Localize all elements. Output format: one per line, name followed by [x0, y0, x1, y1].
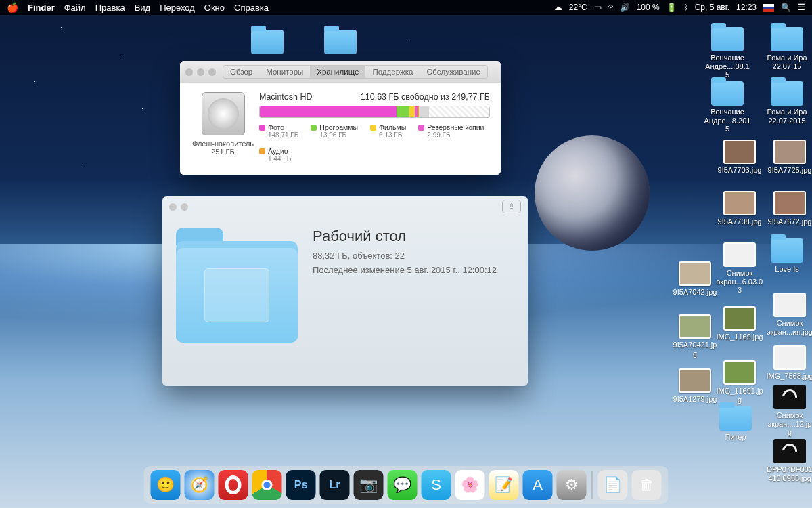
battery-pct[interactable]: 100 % — [637, 3, 660, 12]
desktop-item[interactable]: Снимок экран...6.03.03 — [716, 242, 763, 295]
desktop-item[interactable]: IMG_7568.jpg — [766, 345, 812, 381]
info-titlebar[interactable]: ⇪ — [162, 196, 528, 217]
dock: 🙂🧭PsLr📷💬S🌸📝A⚙📄🗑 — [144, 466, 669, 504]
desktop-item[interactable]: Рома и Ира 22.07.2015 — [763, 81, 811, 125]
desktop-item-label: 9I5A7725.jpg — [766, 166, 812, 175]
storage-bar-segment — [260, 106, 397, 117]
volume-name: Macintosh HD — [259, 92, 313, 102]
desktop-item-label: 9I5A7042.jpg — [671, 288, 719, 297]
info-size-count: 88,32 ГБ, объектов: 22 — [313, 251, 497, 261]
menubar-time[interactable]: 12:23 — [736, 3, 757, 12]
battery-icon[interactable]: 🔋 — [667, 3, 677, 12]
dock-notes-icon[interactable]: 📝 — [489, 470, 519, 500]
window-minimize-icon[interactable] — [197, 68, 204, 76]
desktop-item[interactable]: 9I5A7042.jpg — [671, 261, 719, 297]
desktop-item-label: 9I5A7708.jpg — [716, 217, 763, 226]
desktop-item[interactable]: 9I5A7703.jpg — [716, 140, 763, 175]
weather-temp[interactable]: 22°C — [569, 3, 587, 12]
app-menu[interactable]: Finder — [28, 3, 55, 13]
desktop-item-label: DPP07DF031410 0953.jpg — [766, 465, 812, 482]
dock-messages-icon[interactable]: 💬 — [388, 470, 418, 500]
dock-photoshop-icon[interactable]: Ps — [286, 470, 316, 500]
disk-name: Флеш-накопитель — [191, 140, 255, 148]
desktop-item[interactable]: Питер — [712, 406, 759, 442]
window-minimize-icon[interactable] — [181, 203, 188, 211]
desktop-item-label: Снимок экран...ия.jpg — [766, 319, 812, 336]
disk-icon — [202, 92, 245, 135]
menu-help[interactable]: Справка — [234, 3, 269, 13]
menubar: 🍎 Finder Файл Правка Вид Переход Окно Сп… — [0, 0, 812, 15]
dock-downloads-icon[interactable]: 📄 — [598, 470, 628, 500]
dock-capture-icon[interactable]: 📷 — [354, 470, 384, 500]
window-close-icon[interactable] — [169, 203, 177, 211]
dock-lightroom-icon[interactable]: Lr — [320, 470, 350, 500]
desktop-item[interactable]: Венчание Андре....08.15 — [704, 27, 751, 79]
desktop-item-label: Снимок экран...6.03.03 — [716, 269, 763, 295]
storage-tab[interactable]: Обзор — [223, 66, 259, 78]
share-button[interactable]: ⇪ — [502, 200, 521, 213]
desktop-folder[interactable] — [244, 30, 291, 56]
storage-usage-bar — [259, 106, 490, 118]
desktop-item-label: 9I5A70421.jpg — [671, 341, 719, 358]
legend-item: Резервные копии2,99 ГБ — [418, 123, 484, 139]
window-close-icon[interactable] — [185, 68, 193, 76]
notification-center-icon[interactable]: ☰ — [798, 3, 805, 12]
storage-titlebar[interactable]: ОбзорМониторыХранилищеПоддержкаОбслужива… — [180, 61, 501, 83]
desktop-item[interactable]: 9I5A70421.jpg — [671, 314, 719, 358]
desktop-item[interactable]: 9I5A1279.jpg — [671, 368, 719, 404]
desktop-item[interactable]: DPP07DF031410 0953.jpg — [766, 439, 812, 482]
menu-edit[interactable]: Правка — [95, 3, 125, 13]
desktop-item[interactable]: 9I5A7672.jpg — [766, 191, 812, 226]
dock-appstore-icon[interactable]: A — [523, 470, 553, 500]
weather-icon[interactable]: ☁ — [554, 3, 562, 12]
desktop-item[interactable]: Снимок экран...ия.jpg — [766, 293, 812, 336]
desktop-item-label: IMG_11691.jpg — [716, 387, 763, 404]
desktop-folder[interactable] — [317, 30, 364, 56]
storage-bar-segment — [397, 106, 409, 117]
dock-finder-icon[interactable]: 🙂 — [151, 470, 181, 500]
window-zoom-icon[interactable] — [208, 68, 216, 76]
desktop-item-label: 9I5A7672.jpg — [766, 217, 812, 226]
about-mac-storage-window: ОбзорМониторыХранилищеПоддержкаОбслужива… — [180, 61, 501, 175]
dock-chrome-icon[interactable] — [252, 470, 282, 500]
desktop-item-label: Венчание Андре....08.15 — [704, 54, 751, 79]
legend-item: Аудио1,44 ГБ — [259, 147, 291, 163]
storage-tab[interactable]: Обслуживание — [420, 66, 487, 78]
menu-file[interactable]: Файл — [64, 3, 86, 13]
bluetooth-icon[interactable]: ᛒ — [683, 3, 688, 12]
menu-window[interactable]: Окно — [204, 3, 225, 13]
disk-item[interactable]: Флеш-накопитель 251 ГБ — [191, 92, 255, 163]
dock-safari-icon[interactable]: 🧭 — [185, 470, 215, 500]
storage-tab[interactable]: Мониторы — [259, 66, 310, 78]
desktop-item[interactable]: Венчание Андре...8.2015 — [704, 81, 751, 133]
input-source-flag-icon[interactable] — [763, 4, 774, 12]
storage-tab[interactable]: Хранилище — [310, 66, 365, 78]
display-icon[interactable]: ▭ — [594, 3, 602, 12]
desktop-item[interactable]: 9I5A7708.jpg — [716, 191, 763, 226]
dock-opera-icon[interactable] — [219, 470, 248, 500]
menu-view[interactable]: Вид — [135, 3, 151, 13]
dock-trash-icon[interactable]: 🗑 — [632, 470, 662, 500]
dock-skype-icon[interactable]: S — [422, 470, 451, 500]
desktop-item-label: Венчание Андре...8.2015 — [704, 108, 751, 133]
apple-menu-icon[interactable]: 🍎 — [7, 2, 18, 13]
dock-settings-icon[interactable]: ⚙ — [557, 470, 587, 500]
desktop-item[interactable]: IMG_11691.jpg — [716, 360, 763, 404]
dock-photos-icon[interactable]: 🌸 — [455, 470, 485, 500]
desktop-item[interactable]: 9I5A7725.jpg — [766, 140, 812, 175]
desktop-item-label: Love Is — [763, 265, 811, 274]
wifi-icon[interactable]: ⌔ — [608, 3, 613, 12]
desktop-item-label: Снимок экран....12.jpg — [766, 411, 812, 437]
storage-legend: Фото148,71 ГБПрограммы13,96 ГБФильмы6,13… — [259, 123, 490, 163]
spotlight-icon[interactable]: 🔍 — [781, 3, 791, 12]
menu-go[interactable]: Переход — [160, 3, 195, 13]
desktop-item[interactable]: Снимок экран....12.jpg — [766, 385, 812, 437]
storage-tab[interactable]: Поддержка — [365, 66, 420, 78]
desktop-item[interactable]: Love Is — [763, 238, 811, 274]
desktop-item[interactable]: Рома и Ира 22.07.15 — [763, 27, 811, 70]
menubar-date[interactable]: Ср, 5 авг. — [695, 3, 729, 12]
info-folder-icon — [176, 228, 298, 343]
volume-icon[interactable]: 🔊 — [620, 3, 630, 12]
desktop-item[interactable]: IMG_1169.jpg — [716, 306, 763, 341]
legend-item: Фильмы6,13 ГБ — [370, 123, 406, 139]
